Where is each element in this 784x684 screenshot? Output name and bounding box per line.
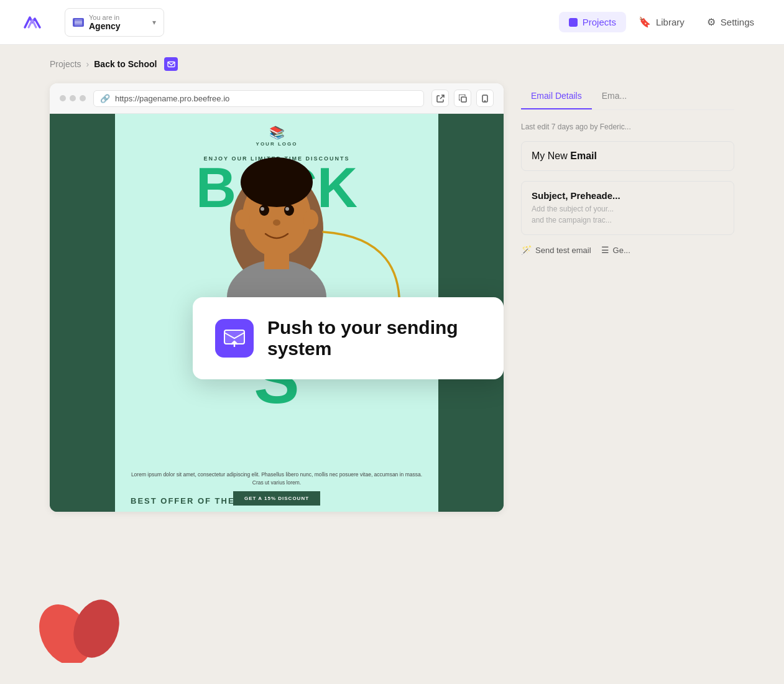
svg-point-16 [273, 220, 280, 226]
agency-name-label: Agency [89, 21, 147, 31]
top-navigation: You are in Agency ▾ Projects 🔖 Library ⚙… [0, 0, 784, 45]
svg-point-24 [66, 593, 124, 663]
workspace-selector[interactable]: You are in Agency ▾ [65, 8, 164, 37]
right-panel: Email Details Ema... Last edit 7 days ag… [504, 83, 734, 512]
best-offer-text: BEST OFFER OF THE [131, 496, 235, 506]
nav-library-label: Library [656, 17, 685, 27]
email-badge-icon [164, 57, 178, 71]
generate-button[interactable]: ☰ Ge... [601, 245, 630, 255]
svg-rect-5 [461, 97, 466, 102]
action-buttons: 🪄 Send test email ☰ Ge... [521, 245, 734, 255]
generate-label: Ge... [613, 246, 630, 255]
svg-point-18 [235, 210, 250, 229]
logo-text: YOUR LOGO [256, 141, 298, 147]
logo-book-icon: 📚 [269, 125, 285, 140]
email-name-prefix: My New [532, 150, 568, 161]
push-popup-card: Push to your sending system [193, 297, 504, 379]
coral-decoration [37, 588, 124, 665]
email-name-value: My New Email [532, 150, 724, 162]
send-test-icon: 🪄 [521, 245, 532, 255]
browser-dot-1 [60, 95, 66, 101]
projects-dot-icon [569, 18, 578, 27]
workspace-text: You are in Agency [89, 14, 147, 31]
tab-email-details[interactable]: Email Details [521, 83, 592, 109]
preview-panel: 🔗 https://pagename.pro.beefree.io [50, 83, 504, 512]
svg-point-14 [261, 207, 264, 211]
generate-icon: ☰ [601, 245, 609, 255]
svg-point-15 [285, 207, 289, 211]
url-text: https://pagename.pro.beefree.io [115, 94, 229, 103]
nav-projects-label: Projects [583, 17, 616, 27]
email-name-field[interactable]: My New Email [521, 141, 734, 171]
svg-rect-11 [264, 247, 289, 269]
browser-chrome: 🔗 https://pagename.pro.beefree.io [50, 83, 504, 114]
external-link-button[interactable] [431, 90, 449, 107]
nav-settings-label: Settings [721, 17, 754, 27]
push-icon-wrapper [215, 319, 254, 358]
library-icon: 🔖 [639, 16, 651, 28]
subject-field[interactable]: Subject, Preheade... Add the subject of … [521, 181, 734, 235]
svg-point-23 [37, 595, 102, 663]
breadcrumb-current-page: Back to School [94, 59, 157, 69]
app-logo [20, 10, 45, 35]
tab-email-content[interactable]: Ema... [592, 83, 637, 109]
breadcrumb: Projects › Back to School [0, 45, 784, 83]
right-panel-tabs: Email Details Ema... [521, 83, 734, 110]
mobile-preview-button[interactable] [476, 90, 494, 107]
nav-item-projects[interactable]: Projects [559, 12, 626, 32]
email-preview: 📚 YOUR LOGO ENJOY OUR LIMITED TIME DISCO… [50, 114, 504, 512]
browser-dots [60, 95, 86, 101]
email-left-panel [50, 114, 115, 512]
subject-hint-line2: and the campaign trac... [532, 216, 612, 224]
browser-actions [431, 90, 494, 107]
link-icon: 🔗 [100, 94, 110, 103]
you-are-in-label: You are in [89, 14, 147, 21]
nav-items: Projects 🔖 Library ⚙ Settings [559, 11, 764, 33]
cta-button[interactable]: GET A 15% DISCOUNT [233, 491, 320, 506]
last-edit-info: Last edit 7 days ago by Federic... [521, 122, 734, 131]
url-bar: 🔗 https://pagename.pro.beefree.io [93, 90, 424, 107]
email-name-suffix: Email [570, 150, 597, 161]
popup-title: Push to your sending system [267, 317, 481, 359]
nav-item-library[interactable]: 🔖 Library [629, 11, 694, 33]
svg-line-4 [440, 95, 444, 99]
svg-point-7 [485, 101, 486, 101]
workspace-flag-icon [73, 18, 84, 27]
best-offer-right-dark [438, 481, 504, 512]
breadcrumb-projects-link[interactable]: Projects [50, 59, 81, 69]
copy-button[interactable] [454, 90, 471, 107]
lorem-text: Lorem ipsum dolor sit amet, consectetur … [130, 471, 423, 487]
nav-item-settings[interactable]: ⚙ Settings [697, 11, 764, 33]
send-test-email-button[interactable]: 🪄 Send test email [521, 245, 591, 255]
subject-hint: Add the subject of your... and the campa… [532, 203, 724, 226]
main-content: 🔗 https://pagename.pro.beefree.io [0, 83, 784, 512]
browser-dot-2 [70, 95, 76, 101]
send-test-label: Send test email [535, 246, 591, 255]
best-offer-left-dark [50, 481, 115, 512]
browser-dot-3 [80, 95, 86, 101]
settings-gear-icon: ⚙ [707, 16, 716, 28]
svg-rect-1 [75, 21, 82, 24]
chevron-down-icon: ▾ [152, 18, 156, 27]
subject-label: Subject, Preheade... [532, 190, 724, 201]
subject-hint-line1: Add the subject of your... [532, 205, 614, 213]
email-logo: 📚 YOUR LOGO [115, 114, 438, 147]
svg-point-17 [241, 157, 313, 207]
breadcrumb-separator: › [86, 59, 90, 69]
